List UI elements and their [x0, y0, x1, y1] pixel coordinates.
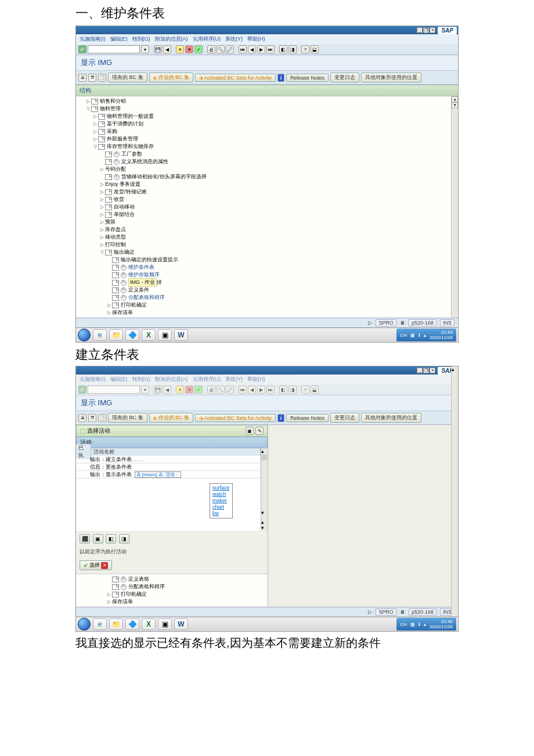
toggle-icon[interactable] — [106, 295, 112, 301]
bc-sets-activated-button[interactable]: ⬗ Activated BC Sets for Activity — [195, 414, 276, 422]
first-page-icon[interactable]: ⏮ — [239, 45, 247, 53]
find-next-icon[interactable]: 🔎 — [226, 386, 234, 394]
tree-node[interactable]: ▷库存盘点 — [76, 226, 458, 233]
print-icon[interactable]: 🖨 — [207, 386, 215, 394]
ime-candidate-list[interactable]: surface watch maker chart list — [210, 483, 233, 519]
shortcut-icon[interactable]: ◨ — [288, 386, 297, 394]
bc-sets-activated-button[interactable]: ⬗ Activated BC Sets for Activity — [195, 74, 276, 82]
bc-set-current-button[interactable]: 现有的 BC 集 — [108, 73, 147, 82]
restore-icon[interactable]: ❐ — [423, 368, 429, 373]
word-icon[interactable]: W — [174, 329, 188, 341]
next-page-icon[interactable]: ▶ — [257, 45, 265, 53]
layout-icon[interactable]: ⬓ — [311, 386, 319, 394]
layout-icon[interactable]: ⬓ — [311, 45, 319, 53]
ok-icon[interactable]: ✓ — [194, 45, 203, 53]
toggle-icon[interactable]: ▷ — [99, 212, 105, 218]
tree-node[interactable]: ▷采购 — [76, 128, 458, 135]
excel-icon[interactable]: X — [142, 618, 156, 630]
tree-node[interactable]: 分配表格和程序 — [76, 583, 268, 591]
grid-row[interactable]: 输出：显示条件表 表 [tnblzo] 表· 活动： — [76, 471, 261, 478]
cancel-icon[interactable]: ✕ — [185, 45, 193, 53]
menu-impl-guide[interactable]: 实施指南(I) — [80, 376, 106, 383]
choose-button[interactable]: ✔ 选择 ✕ — [80, 560, 112, 570]
tree-node[interactable]: ▷保存清单 — [76, 309, 458, 316]
start-orb-icon[interactable] — [78, 618, 91, 631]
toggle-icon[interactable]: ▷ — [99, 182, 105, 188]
next-page-icon[interactable]: ▶ — [257, 386, 265, 394]
lang-indicator[interactable]: CH — [400, 622, 407, 627]
where-used-icon[interactable]: 📋 — [98, 74, 106, 82]
tree-node[interactable]: ▷销售和分销 — [76, 98, 458, 105]
activity-icon[interactable] — [114, 159, 120, 165]
exit-icon[interactable]: ✕ — [176, 386, 184, 394]
sap-logon-icon[interactable]: 🔷 — [125, 329, 139, 341]
menu-goto[interactable]: 转到(G) — [132, 35, 150, 43]
tree-node[interactable]: ▷单据结合 — [76, 211, 458, 218]
back-icon[interactable]: ◀ — [163, 45, 171, 53]
menu-system[interactable]: 系统(Y) — [225, 35, 243, 43]
enter-icon[interactable]: ✓ — [78, 386, 86, 394]
bottom-tree[interactable]: 定义表格分配表格和程序▷打印机确定▷保存清单 — [76, 574, 268, 607]
toggle-icon[interactable]: ▽ — [99, 250, 105, 255]
tree-node[interactable]: ▷外部服务管理 — [76, 135, 458, 143]
start-orb-icon[interactable] — [78, 329, 91, 341]
find-icon[interactable]: 🔍 — [217, 386, 225, 394]
menubar-2[interactable]: 实施指南(I) 编辑(E) 转到(G) 附加的信息(A) 实用程序(U) 系统(… — [76, 375, 458, 384]
tree-node[interactable]: ▷发货/转储记账 — [76, 188, 458, 196]
scroll-up-icon[interactable]: ▴ — [452, 96, 458, 102]
menu-impl-guide[interactable]: 实施指南(I) — [80, 35, 106, 43]
menu-additional[interactable]: 附加的信息(A) — [155, 376, 188, 383]
toggle-icon[interactable] — [106, 257, 112, 263]
activity-grid[interactable]: 已执 活动名称 输出：建立条件表........ 信息：更改条件表 — [76, 448, 261, 531]
find-icon[interactable]: 🔍 — [217, 45, 225, 53]
new-session-icon[interactable]: ◧ — [279, 386, 287, 394]
minimize-icon[interactable]: _ — [417, 368, 423, 373]
toggle-icon[interactable] — [106, 584, 112, 590]
save-icon[interactable]: 💾 — [154, 386, 162, 394]
toggle-icon[interactable]: ▽ — [92, 144, 98, 150]
lang-indicator[interactable]: CH — [400, 333, 407, 338]
prev-page-icon[interactable]: ◀ — [248, 386, 256, 394]
toggle-icon[interactable]: ▷ — [106, 599, 112, 605]
activity-icon[interactable] — [121, 577, 127, 582]
word-icon[interactable]: W — [174, 618, 188, 630]
ie-icon[interactable]: e — [93, 618, 107, 630]
img-tree[interactable]: ▷销售和分销▽物料管理▷物料管理的一般设置▷基于消费的计划▷采购▷外部服务管理▽… — [76, 96, 458, 318]
toggle-icon[interactable]: ▽ — [85, 106, 91, 112]
other-places-button[interactable]: 其他对象所使用的位置 — [361, 73, 421, 82]
toggle-icon[interactable]: ▷ — [92, 121, 98, 127]
toggle-icon[interactable]: ▷ — [85, 99, 91, 105]
change-log-button[interactable]: 变更日志 — [330, 73, 359, 82]
tree-scrollbar[interactable]: ▴ ▾ — [451, 96, 458, 318]
tree-node[interactable]: ▷打印机确定 — [76, 591, 268, 598]
tree-node[interactable]: ▷Enjoy 事务设置 — [76, 181, 458, 188]
toggle-icon[interactable]: ▷ — [99, 242, 105, 248]
help-icon[interactable]: ? — [301, 45, 309, 53]
last-page-icon[interactable]: ⏭ — [266, 386, 275, 394]
help-icon[interactable]: ? — [301, 386, 309, 394]
tree-node[interactable]: 定义条件 — [76, 286, 458, 294]
toggle-icon[interactable]: ▷ — [106, 310, 112, 316]
activity-icon[interactable] — [121, 272, 127, 278]
ok-icon[interactable]: ✓ — [194, 386, 203, 394]
toggle-icon[interactable]: ▷ — [99, 204, 105, 210]
toggle-icon[interactable]: ▷ — [106, 303, 112, 308]
tree-node[interactable]: ▽库存管理和实物库存 — [76, 143, 458, 150]
scroll-down-icon[interactable]: ▾ — [261, 510, 268, 516]
menubar[interactable]: 实施指南(I) 编辑(E) 转到(G) 附加的信息(A) 实用程序(U) 系统(… — [76, 34, 458, 44]
toggle-icon[interactable]: ▷ — [106, 592, 112, 597]
toggle-icon[interactable] — [106, 287, 112, 293]
bc-set-activity-button[interactable]: ⬖ 作业的 BC 集 — [149, 73, 194, 82]
dropdown-icon[interactable]: ▾ — [141, 386, 149, 394]
toggle-icon[interactable] — [99, 152, 105, 157]
activity-change[interactable]: 信息：更改条件表 — [88, 463, 261, 471]
activity-display[interactable]: 输出：显示条件表 表 [tnblzo] 表· 活动： — [88, 471, 261, 478]
activity-icon[interactable] — [121, 584, 127, 590]
toggle-icon[interactable]: ▷ — [92, 129, 98, 135]
bc-set-activity-button[interactable]: ⬖ 作业的 BC 集 — [149, 413, 194, 423]
menu-utilities[interactable]: 实用程序(U) — [193, 35, 221, 43]
tree-node[interactable]: 输出确定的快速设置提示 — [76, 256, 458, 264]
prev-page-icon[interactable]: ◀ — [248, 45, 256, 53]
toggle-icon[interactable]: ▷ — [99, 167, 105, 172]
toggle-icon[interactable]: ▷ — [99, 227, 105, 233]
